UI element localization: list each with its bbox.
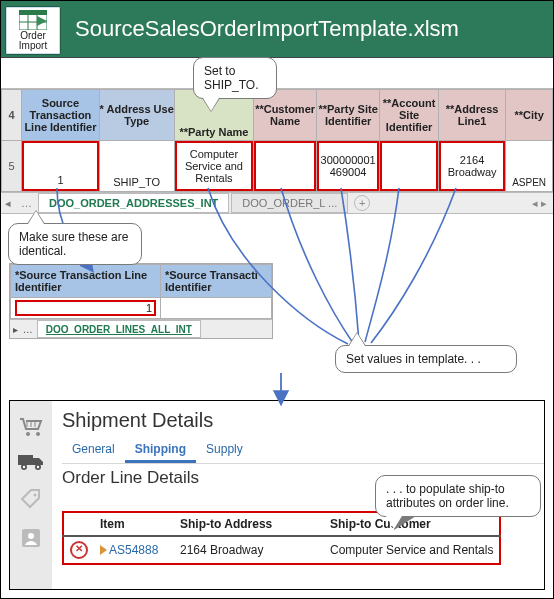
addresses-data-row: 5 1 SHIP_TO Computer Service and Rentals… [2,141,553,192]
cell-party-site-id[interactable]: 300000001469004 [317,141,380,192]
panel-sidebar [10,401,53,589]
col-header-address-line1: **Address Line1 [439,90,506,141]
order-line-row: ✕ AS54888 2164 Broadway Computer Service… [63,536,500,564]
tab-shipping[interactable]: Shipping [125,438,196,463]
callout-tail-icon [394,516,416,530]
svg-point-6 [26,432,30,436]
tab-doo-order-lines-all-label: DOO_ORDER_LINES_ALL_INT [46,324,192,335]
callout-identical: Make sure these are identical. [8,223,142,265]
cell-party-name[interactable]: Computer Service and Rentals [174,141,253,192]
svg-rect-1 [19,10,47,15]
callout-identical-text: Make sure these are identical. [19,230,128,258]
col-header-address-use-type: * Address Use Type [99,90,174,141]
lines-data-row: 1 [11,298,272,319]
truck-icon[interactable] [17,453,45,471]
tag-icon[interactable] [19,487,43,511]
tab-add-button[interactable]: + [354,195,370,211]
spreadsheet-addresses: 4 Source Transaction Line Identifier * A… [1,88,553,214]
sheet1-tabbar: ◂ … DOO_ORDER_ADDRESSES_INT DOO_ORDER_L … [1,192,553,214]
cell-source-line-id-2-value: 1 [15,300,156,316]
sheet2-tabbar: ▸ … DOO_ORDER_LINES_ALL_INT [10,319,272,338]
tabbar-nav-left-icon[interactable]: ◂ [5,197,13,210]
cart-icon[interactable] [18,417,44,437]
cell-address-line1-value: 2164 Broadway [439,141,505,191]
tabbar-hscroll[interactable]: ◂ ▸ [532,197,547,210]
cell-party-site-id-value: 300000001469004 [317,141,379,191]
col-header-source-line-id-2: *Source Transaction Line Identifier [11,265,161,298]
callout-tail-icon [202,98,220,112]
delete-row-icon[interactable]: ✕ [70,541,88,559]
table-import-icon [19,10,47,30]
callout-ship-to: Set to SHIP_TO. [193,57,277,99]
tab-general[interactable]: General [62,438,125,463]
callout-populate: . . . to populate ship-to attributes on … [375,475,541,517]
callout-populate-text: . . . to populate ship-to attributes on … [386,482,509,510]
window-title: SourceSalesOrderImportTemplate.xlsm [75,16,553,42]
cell-address-line1[interactable]: 2164 Broadway [439,141,506,192]
cell-item[interactable]: AS54888 [94,536,174,564]
item-marker-icon [100,545,107,555]
col-header-source-trans-id: *Source Transacti Identifier [161,265,272,298]
order-import-button[interactable]: Order Import [5,6,61,55]
cell-source-trans-id[interactable] [161,298,272,319]
cell-address-use-type[interactable]: SHIP_TO [99,141,174,192]
col-ship-to-address: Ship-to Address [174,512,324,536]
cell-source-line-id-value: 1 [22,141,98,191]
lines-table: *Source Transaction Line Identifier *Sou… [10,264,272,319]
tab-supply[interactable]: Supply [196,438,253,463]
cell-ship-to-customer: Computer Service and Rentals [324,536,500,564]
cell-customer-name-value [254,141,316,191]
svg-rect-11 [18,455,33,465]
callout-ship-to-text: Set to SHIP_TO. [204,64,258,92]
col-header-source-line-id: Source Transaction Line Identifier [22,90,99,141]
page: Order Import SourceSalesOrderImportTempl… [0,0,554,599]
callout-set-values-text: Set values in template. . . [346,352,481,366]
svg-point-16 [34,494,37,497]
cell-source-line-id-2[interactable]: 1 [11,298,161,319]
appbar: Order Import SourceSalesOrderImportTempl… [1,1,553,58]
svg-point-15 [37,466,39,468]
cell-party-name-value: Computer Service and Rentals [175,141,253,191]
col-item: Item [94,512,174,536]
svg-point-7 [36,432,40,436]
tab-doo-order-lines-all[interactable]: DOO_ORDER_LINES_ALL_INT [37,320,201,338]
tab-doo-order-addresses[interactable]: DOO_ORDER_ADDRESSES_INT [38,193,229,213]
cell-account-site-id[interactable] [380,141,439,192]
cell-city[interactable]: ASPEN [506,141,553,192]
order-line-table: Item Ship-to Address Ship-to Customer ✕ … [62,511,501,565]
col-header-party-site-id: **Party Site Identifier [317,90,380,141]
panel-tabs: General Shipping Supply [62,438,544,464]
person-card-icon[interactable] [20,527,42,549]
row-header-4: 4 [2,90,22,141]
cell-source-line-id[interactable]: 1 [22,141,99,192]
col-header-account-site-id: **Account Site Identifier [380,90,439,141]
cell-customer-name[interactable] [254,141,317,192]
callout-tail-icon [27,210,45,224]
tabbar-nav-ellipsis-icon[interactable]: … [21,197,34,209]
col-header-city: **City [506,90,553,141]
cell-ship-to-address: 2164 Broadway [174,536,324,564]
spreadsheet-lines: *Source Transaction Line Identifier *Sou… [9,263,273,339]
panel-heading: Shipment Details [62,409,544,432]
row-header-5: 5 [2,141,22,192]
callout-tail-icon [348,332,366,346]
cell-account-site-id-value [380,141,438,191]
item-link[interactable]: AS54888 [109,543,158,557]
svg-point-14 [23,466,25,468]
svg-point-18 [28,533,34,539]
tabbar2-nav-icon[interactable]: ▸ … [13,324,34,335]
tool-label-line2: Import [19,41,47,51]
addresses-table: 4 Source Transaction Line Identifier * A… [1,89,553,192]
callout-set-values: Set values in template. . . [335,345,517,373]
tab-doo-order-lines[interactable]: DOO_ORDER_L ... [231,193,348,213]
